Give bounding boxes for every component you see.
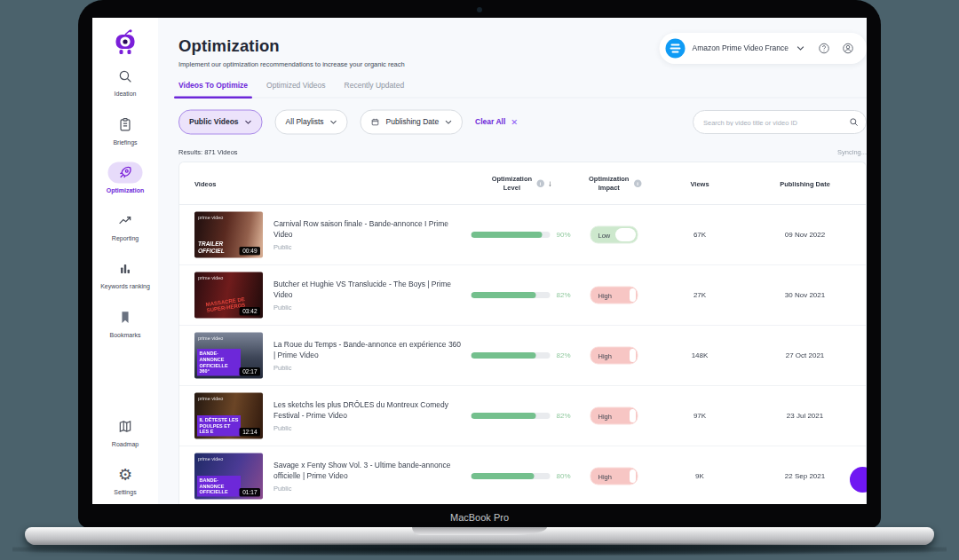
publishing-date-value: 09 Nov 2022 [744, 231, 866, 239]
optimization-level-fill [471, 352, 535, 359]
tab-optimized-videos[interactable]: Optimized Videos [266, 82, 325, 98]
app-logo-icon[interactable] [113, 28, 139, 58]
page: { "device": { "label": "MacBook Pro" }, … [0, 0, 959, 560]
close-icon: ✕ [511, 117, 518, 128]
sync-status: Syncing... [837, 148, 867, 156]
results-bar: Results: 871 Videos Syncing... [178, 148, 867, 156]
optimization-level-bar [471, 352, 550, 359]
table-row[interactable]: prime video BANDE-ANNONCE OFFICIELLE 360… [179, 326, 866, 386]
clear-all-filters-button[interactable]: Clear All ✕ [475, 117, 518, 128]
sidebar-item-reporting[interactable]: Reporting [112, 210, 139, 242]
views-value: 148K [655, 351, 744, 359]
search-icon[interactable] [849, 117, 859, 127]
video-title[interactable]: Savage x Fenty Show Vol. 3 - Ultime band… [273, 461, 464, 482]
optimization-level-value: 82% [556, 291, 570, 299]
table-row[interactable]: prime video TRAILER OFFICIEL 00:49 Carni… [179, 205, 866, 265]
video-status: Public [273, 304, 464, 312]
thumbnail-caption: IL DÉTESTE LES POULPES ET LES E [197, 415, 241, 437]
sidebar-item-keywords-ranking[interactable]: Keywords ranking [100, 258, 150, 290]
video-search[interactable] [693, 110, 867, 134]
sidebar-item-briefings[interactable]: Briefings [113, 114, 137, 146]
thumbnail-brand-text: prime video [198, 335, 223, 341]
video-thumbnail[interactable]: prime video TRAILER OFFICIEL 00:49 [194, 212, 263, 258]
chevron-down-icon [445, 120, 452, 125]
search-icon [115, 66, 136, 87]
video-title[interactable]: Les sketchs les plus DRÔLES du Montreux … [273, 400, 464, 422]
search-input[interactable] [702, 118, 849, 127]
table-row[interactable]: prime video MASSACRE DE SUPER-HÉROS 03:4… [179, 265, 866, 326]
trend-icon [115, 210, 136, 232]
table-row[interactable]: prime video BANDE-ANNONCE OFFICIELLE 01:… [179, 446, 866, 504]
optimization-level-value: 90% [556, 231, 570, 239]
optimization-level-fill [471, 292, 535, 298]
channel-avatar [665, 39, 685, 59]
filter-bar: Public Videos All Playlists Publishing D… [178, 110, 867, 135]
info-icon[interactable]: i [634, 179, 642, 187]
visibility-filter-dropdown[interactable]: Public Videos [178, 110, 263, 135]
video-thumbnail[interactable]: prime video IL DÉTESTE LES POULPES ET LE… [194, 393, 263, 439]
column-header-publishing-date: Publishing Date [744, 179, 866, 187]
help-icon[interactable] [818, 43, 830, 55]
optimization-level-bar [471, 292, 550, 298]
views-value: 9K [655, 472, 744, 480]
video-duration-badge: 03:42 [240, 307, 260, 316]
sidebar-item-bookmarks[interactable]: Bookmarks [109, 306, 140, 338]
column-header-optimization-impact[interactable]: Optimization Impact i [573, 174, 655, 192]
publishing-date-value: 27 Oct 2021 [744, 351, 866, 359]
video-thumbnail[interactable]: prime video BANDE-ANNONCE OFFICIELLE 01:… [194, 454, 263, 500]
video-title[interactable]: Carnival Row saison finale - Bande-annon… [273, 219, 464, 241]
optimization-level-fill [471, 413, 535, 419]
bar-chart-icon [115, 258, 136, 280]
main-content: Amazon Prime Video France [158, 18, 867, 504]
calendar-icon [371, 118, 380, 127]
impact-badge: Low [590, 226, 638, 244]
user-account-icon[interactable] [842, 43, 854, 55]
column-header-views: Views [655, 179, 744, 187]
video-thumbnail[interactable]: prime video BANDE-ANNONCE OFFICIELLE 360… [194, 333, 263, 379]
playlists-filter-dropdown[interactable]: All Playlists [275, 110, 348, 135]
tab-recently-updated[interactable]: Recently Updated [345, 82, 405, 98]
table-header: Videos Optimization Level i ↓ Optimizati… [179, 162, 866, 205]
sort-descending-icon[interactable]: ↓ [548, 178, 552, 188]
publishing-date-value: 22 Sep 2021 [744, 472, 866, 480]
video-status: Public [273, 485, 464, 493]
device-label: MacBook Pro [78, 512, 881, 523]
chevron-down-icon[interactable] [797, 46, 804, 51]
bookmark-icon [115, 306, 136, 327]
sidebar-item-roadmap[interactable]: Roadmap [112, 416, 139, 448]
video-duration-badge: 02:17 [240, 367, 260, 376]
impact-badge-knob [630, 288, 636, 302]
chevron-down-icon [330, 120, 337, 125]
impact-badge: High [590, 347, 638, 365]
webcam-dot [477, 7, 482, 12]
publishing-date-value: 30 Nov 2021 [744, 291, 866, 299]
video-thumbnail[interactable]: prime video MASSACRE DE SUPER-HÉROS 03:4… [194, 272, 263, 319]
publishing-date-filter-dropdown[interactable]: Publishing Date [361, 110, 464, 135]
impact-badge-knob [630, 409, 636, 422]
sidebar-item-settings[interactable]: ⚙ Settings [114, 464, 136, 496]
video-duration-badge: 01:17 [240, 488, 260, 497]
video-title[interactable]: La Roue du Temps - Bande-annonce en expé… [273, 340, 464, 361]
videos-table: Videos Optimization Level i ↓ Optimizati… [178, 162, 867, 504]
column-header-optimization-level[interactable]: Optimization Level i ↓ [469, 174, 573, 192]
impact-badge-knob [630, 469, 636, 483]
table-row[interactable]: prime video IL DÉTESTE LES POULPES ET LE… [179, 386, 866, 446]
thumbnail-brand-text: prime video [198, 396, 223, 401]
gear-icon: ⚙ [115, 464, 136, 485]
app-screen: Ideation Briefings [92, 18, 867, 504]
map-icon [115, 416, 136, 438]
macbook-shadow [12, 543, 947, 556]
video-duration-badge: 00:49 [240, 247, 260, 256]
impact-badge: High [590, 468, 638, 485]
info-icon[interactable]: i [536, 179, 544, 187]
impact-badge-knob [630, 349, 636, 362]
sidebar-item-optimization[interactable]: Optimization [107, 162, 144, 194]
tab-videos-to-optimize[interactable]: Videos To Optimize [178, 82, 248, 98]
impact-badge-knob [615, 228, 636, 241]
video-title[interactable]: Butcher et Hughie VS Translucide - The B… [273, 280, 464, 301]
sidebar-item-ideation[interactable]: Ideation [115, 66, 137, 98]
optimization-level-bar [471, 413, 550, 419]
account-switcher[interactable]: Amazon Prime Video France [659, 33, 867, 64]
chevron-down-icon [245, 120, 252, 125]
macbook-frame: Ideation Briefings [78, 0, 881, 528]
